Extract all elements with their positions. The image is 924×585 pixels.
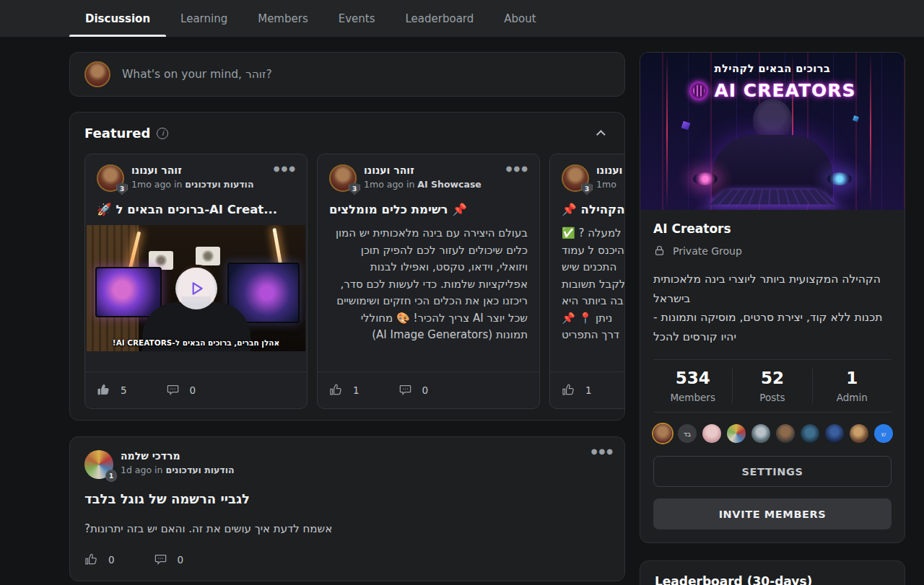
member-avatar[interactable] (653, 424, 672, 443)
collapse-featured-button[interactable] (595, 127, 610, 139)
author-avatar[interactable]: 3 (562, 164, 589, 192)
member-avatar[interactable] (751, 424, 770, 443)
tab-leaderboard[interactable]: Leaderboard (404, 0, 476, 37)
featured-title: Featured (84, 126, 150, 141)
like-button[interactable] (562, 383, 575, 397)
post-body: בעולם היצירה עם בינה מלאכותית יש המון כל… (329, 225, 528, 371)
comment-button[interactable] (166, 383, 180, 397)
tab-discussion[interactable]: Discussion (84, 0, 152, 37)
post-meta: 1mo ago in הודעות ועדכונים (131, 179, 253, 190)
member-avatar-row: בד ש (653, 424, 892, 443)
post-menu-icon[interactable]: ●●● (274, 164, 297, 172)
comment-count: 0 (422, 384, 429, 396)
post-body: למעלה ? ✅ היכנס ל עמוד התכנים שיש לקבל ת… (562, 225, 625, 371)
author-name[interactable]: זוהר וענונו (364, 164, 481, 176)
post-category[interactable]: AI Showcase (417, 179, 481, 190)
author-avatar[interactable]: 3 (329, 164, 357, 192)
play-icon[interactable] (175, 268, 217, 309)
like-count: 5 (121, 384, 127, 396)
member-avatar[interactable] (776, 424, 795, 443)
like-count: 1 (585, 384, 592, 396)
featured-section: Featured i ●●● 3 זוהר וענונו 1mo ago in … (69, 112, 625, 421)
group-name: AI Creators (653, 221, 892, 236)
comment-button[interactable] (398, 383, 412, 397)
post-title[interactable]: 📌 הקהילה (562, 203, 625, 216)
post-body: אשמח לדעת איך עושים את זה. והאם יש בזה י… (84, 522, 610, 535)
leaderboard-card: Leaderboard (30-days) (640, 560, 905, 585)
member-avatar[interactable]: בד (678, 424, 697, 443)
stat-posts[interactable]: 52 Posts (732, 369, 811, 403)
banner-welcome-text: ברוכים הבאים לקהילת (640, 63, 905, 74)
member-avatar[interactable] (727, 424, 746, 443)
composer-input[interactable] (122, 68, 610, 81)
level-badge: 1 (105, 470, 117, 482)
author-name[interactable]: זוהר וענונו (596, 164, 625, 176)
post-composer[interactable] (69, 52, 625, 97)
like-button[interactable] (97, 383, 110, 397)
banner-brand-text: AI CREATORS (715, 80, 856, 101)
member-avatar[interactable] (825, 424, 844, 443)
level-badge: 3 (581, 182, 593, 195)
like-button[interactable] (329, 383, 343, 397)
info-icon[interactable]: i (157, 128, 168, 139)
stat-admin[interactable]: 1 Admin (812, 369, 892, 403)
settings-button[interactable]: SETTINGS (653, 456, 892, 487)
brain-logo-icon (689, 82, 708, 100)
featured-post-welcome[interactable]: ●●● 3 זוהר וענונו 1mo ago in הודעות ועדכ… (84, 154, 308, 409)
post-category[interactable]: הודעות ועדכונים (165, 465, 234, 475)
tab-members[interactable]: Members (256, 0, 310, 37)
lock-icon (653, 245, 666, 257)
chevron-up-icon (596, 130, 606, 139)
author-avatar[interactable]: 3 (97, 164, 124, 192)
like-button[interactable] (84, 553, 98, 566)
post-title[interactable]: רשימת כלים מומלצים 📌 (329, 203, 528, 216)
member-avatar[interactable]: ש (874, 424, 893, 443)
level-badge: 3 (116, 182, 128, 195)
post-title[interactable]: לגביי הרשמה של גוגל בלבד (84, 491, 610, 506)
banner-glow (693, 172, 718, 185)
group-description: הקהילה המקצועית ביותר ליוצרי בינה מלאכות… (653, 270, 892, 346)
author-name[interactable]: זוהר וענונו (131, 164, 253, 176)
banner-glow (827, 172, 852, 185)
post-meta: 1mo ago in AI Showcase (364, 179, 481, 190)
post-meta: 1d ago in הודעות ועדכונים (121, 465, 235, 475)
level-badge: 3 (349, 182, 360, 195)
comment-count: 0 (190, 384, 196, 396)
post-menu-icon[interactable]: ●●● (591, 447, 614, 455)
video-thumbnail[interactable]: אהלן חברים, ברוכים הבאים ל-AI CREATORS! (87, 225, 305, 351)
comment-button[interactable] (154, 553, 167, 566)
featured-post-tools[interactable]: ●●● 3 זוהר וענונו 1mo ago in AI Showcase (317, 154, 540, 409)
post-google-signup[interactable]: ●●● 1 מרדכי שלמה 1d ago in הודעות ועדכונ… (69, 436, 625, 581)
video-caption: אהלן חברים, ברוכים הבאים ל-AI CREATORS! (87, 338, 305, 347)
stat-members[interactable]: 534 Members (653, 369, 732, 403)
author-name[interactable]: מרדכי שלמה (121, 450, 235, 462)
leaderboard-title: Leaderboard (30-days) (655, 574, 890, 585)
thumb-light (272, 228, 282, 267)
group-nav: Discussion Learning Members Events Leade… (0, 0, 924, 37)
group-banner: ברוכים הבאים לקהילת AI CREATORS (640, 53, 905, 210)
privacy-label: Private Group (673, 245, 742, 257)
group-info-card: ברוכים הבאים לקהילת AI CREATORS AI Creat… (640, 52, 905, 543)
pushpin-icon: 📌 (562, 203, 577, 216)
like-count: 1 (353, 384, 359, 396)
current-user-avatar (84, 61, 110, 87)
tab-events[interactable]: Events (337, 0, 377, 37)
author-avatar[interactable]: 1 (84, 450, 113, 479)
like-count: 0 (108, 554, 115, 566)
member-avatar[interactable] (801, 424, 819, 443)
pushpin-icon: 📌 (452, 203, 467, 216)
post-meta: 1mo (596, 179, 625, 190)
invite-members-button[interactable]: INVITE MEMBERS (653, 498, 892, 529)
member-avatar[interactable] (702, 424, 721, 443)
comment-count: 0 (178, 554, 184, 566)
post-title[interactable]: 🚀 ברוכים הבאים ל-AI Creat... (97, 203, 295, 216)
tab-about[interactable]: About (502, 0, 537, 37)
post-menu-icon[interactable]: ●●● (506, 164, 529, 172)
post-category[interactable]: הודעות ועדכונים (185, 179, 253, 190)
thumb-speaker (196, 247, 220, 265)
tab-learning[interactable]: Learning (179, 0, 229, 37)
rocket-icon: 🚀 (97, 203, 112, 216)
group-stats: 534 Members 52 Posts 1 Admin (653, 359, 892, 413)
featured-post-community[interactable]: 3 זוהר וענונו 1mo 📌 הקהילה למעלה ? ✅ ה (549, 154, 625, 409)
member-avatar[interactable] (850, 424, 868, 443)
